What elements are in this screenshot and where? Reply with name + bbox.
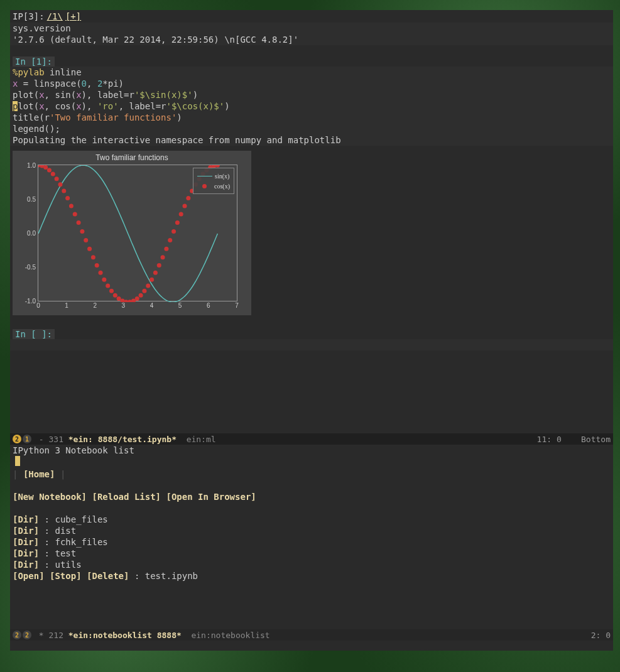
cell1-output: Populating the interactive namespace fro… [10,134,613,146]
nb-name: test.ipynb [145,571,198,581]
svg-point-7 [62,189,66,193]
svg-point-36 [168,238,172,242]
svg-point-2 [43,165,48,170]
modeline-badge: 2 [13,631,21,639]
sys-version-code: sys.version [10,23,613,34]
empty-cell[interactable]: In [ ]: [10,329,613,350]
svg-point-29 [142,289,146,293]
sin-line [38,165,217,302]
svg-point-14 [87,247,92,251]
svg-point-12 [80,229,84,234]
list-item: [Dir] : fchk_files [10,536,613,548]
svg-point-38 [175,220,180,225]
svg-point-28 [139,293,143,298]
code-line[interactable]: legend(); [10,123,613,134]
svg-point-22 [117,296,121,301]
svg-point-20 [109,289,114,293]
svg-point-17 [99,271,103,275]
x-tick: 7 [235,302,239,309]
svg-point-8 [65,196,70,200]
minibuffer[interactable] [10,641,613,651]
dir-name: fchk_files [55,537,107,547]
home-line: | [Home] | [10,469,613,480]
y-tick: -0.5 [25,264,36,271]
x-tick: 4 [150,302,154,309]
home-button[interactable]: [Home] [23,469,55,479]
svg-point-27 [135,296,139,301]
legend-sin: sin(x) [197,171,230,181]
bottom-pane: IPython 3 Notebook list | [Home] | [New … [10,445,613,629]
list-item: [Dir] : dist [10,525,613,536]
svg-point-41 [186,196,190,200]
modeline-right: 11: 0 Bottom [508,425,611,453]
modeline-scroll: Bottom [581,435,611,444]
y-tick: 1.0 [27,162,36,169]
open-browser-button[interactable]: [Open In Browser] [166,492,256,502]
top-pane: IP[3]: /1\ [+] sys.version '2.7.6 (defau… [10,10,613,433]
code-line[interactable]: plot(x, sin(x), label=r'$\sin(x)$') [10,89,613,100]
cell-1[interactable]: In [1]: %pylab inline x = linspace(0, 2*… [10,57,613,315]
svg-point-10 [73,212,77,216]
x-tick: 0 [36,302,40,309]
nb-action-button[interactable]: [Open] [13,571,45,581]
x-tick: 1 [65,302,68,309]
list-item: [Open] [Stop] [Delete] : test.ipynb [10,570,613,582]
legend-cos: cos(x) [197,181,230,191]
dir-button[interactable]: [Dir] [13,560,39,570]
chart: Two familiar functions 1.0 0.5 0.0 -0.5 … [13,151,251,315]
modeline-badge: 1 [23,435,31,443]
svg-point-11 [77,220,81,225]
modeline-badge: 2 [13,435,21,443]
svg-point-31 [150,278,154,282]
svg-point-32 [153,271,158,275]
code-line[interactable]: title(r'Two familiar functions') [10,112,613,123]
list-item: [Dir] : test [10,548,613,559]
nb-items: [Dir] : cube_files [Dir] : dist [Dir] : … [10,514,613,582]
svg-point-4 [51,172,55,176]
nb-actions-line: [New Notebook] [Reload List] [Open In Br… [10,491,613,502]
tab-1[interactable]: /1\ [47,11,63,21]
code-line[interactable]: x = linspace(0, 2*pi) [10,78,613,89]
modeline-sep: - 331 [34,435,68,444]
modeline-sep: * 212 [34,631,68,640]
svg-point-6 [58,182,62,187]
svg-point-37 [171,229,176,234]
dir-button[interactable]: [Dir] [13,526,39,536]
svg-point-40 [183,203,187,208]
sys-cell[interactable]: sys.version '2.7.6 (default, Mar 22 2014… [10,23,613,45]
dir-name: test [55,548,76,558]
in-prompt-empty: In [ ]: [13,329,55,339]
tab-plus[interactable]: [+] [65,11,81,21]
modeline-mode: ein:notebooklist [182,631,270,640]
dir-button[interactable]: [Dir] [13,537,39,547]
cursor-line [10,456,613,469]
legend-line-icon [197,176,212,176]
modeline-bottom: 2 2 * 212 *ein:notebooklist 8888* ein:no… [10,629,613,641]
svg-point-16 [95,263,99,268]
reload-list-button[interactable]: [Reload List] [92,492,161,502]
dir-button[interactable]: [Dir] [13,548,39,558]
dir-name: cube_files [55,514,107,524]
modeline-linecol: 11: 0 [537,435,562,444]
list-item: [Dir] : cube_files [10,514,613,525]
legend-dot-icon [202,184,207,188]
modeline-linecol: 2: 0 [591,631,611,640]
in-prompt-1: In [1]: [13,57,55,67]
svg-point-19 [106,283,110,288]
dir-button[interactable]: [Dir] [13,514,39,524]
modeline-right: 2: 0 [562,621,611,649]
new-notebook-button[interactable]: [New Notebook] [13,492,87,502]
chart-legend: sin(x) cos(x) [193,168,234,194]
x-tick: 6 [207,302,210,309]
svg-point-30 [146,283,150,288]
tab-line: IP[3]: /1\ [+] [10,10,613,23]
plot-area: 1.0 0.5 0.0 -0.5 -1.0 0 1 2 3 4 5 6 7 [38,165,237,301]
svg-point-15 [91,255,95,259]
code-line[interactable]: plot(x, cos(x), 'ro', label=r'$\cos(x)$'… [10,100,613,112]
x-tick: 3 [122,302,126,309]
svg-point-3 [47,168,52,172]
code-line[interactable]: %pylab inline [10,67,613,78]
nb-action-button[interactable]: [Stop] [50,571,82,581]
svg-point-35 [164,247,168,251]
nb-action-button[interactable]: [Delete] [87,571,129,581]
